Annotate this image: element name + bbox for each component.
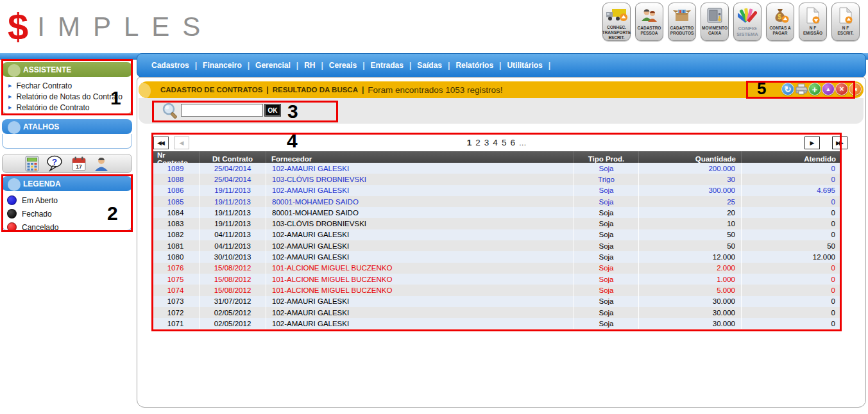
search-ok-button[interactable]: OK [264, 104, 281, 117]
cell-tipo-prod: Soja [574, 207, 639, 218]
table-row[interactable]: 1081 04/11/2013 102-AMAURI GALESKI Soja … [152, 240, 841, 251]
safe-icon [706, 6, 723, 25]
status-message: Foram encontrados 1053 registros! [368, 85, 502, 95]
header-circle-decoration [8, 64, 21, 77]
cell-nr-contrato[interactable]: 1075 [152, 274, 200, 285]
toolbar-button-contas-a-pagar[interactable]: $ CONTAS A PAGAR [766, 3, 794, 41]
search-input[interactable] [181, 104, 263, 117]
cell-nr-contrato[interactable]: 1076 [152, 263, 200, 274]
cell-nr-contrato[interactable]: 1086 [152, 185, 200, 196]
table-row[interactable]: 1076 15/08/2012 101-ALCIONE MIGUEL BUCZE… [152, 263, 841, 274]
calendar-icon[interactable]: 17 [71, 156, 87, 172]
print-icon[interactable] [795, 83, 808, 95]
back-icon[interactable] [849, 83, 862, 95]
menu-item-saidas[interactable]: Saídas [417, 61, 442, 70]
table-row[interactable]: 1086 19/11/2013 102-AMAURI GALESKI Soja … [152, 185, 841, 196]
refresh-icon[interactable] [781, 83, 794, 95]
up-icon[interactable] [822, 83, 835, 95]
table-row[interactable]: 1072 02/05/2012 102-AMAURI GALESKI Soja … [152, 307, 841, 318]
toolbar-button-conhec-transporte[interactable]: CONHEC. TRANSPORTE ESCRIT. [602, 3, 631, 41]
cell-nr-contrato[interactable]: 1073 [152, 296, 200, 307]
status-subtitle: RESULTADO DA BUSCA [273, 86, 358, 94]
close-icon[interactable] [835, 83, 848, 95]
table-row[interactable]: 1085 19/11/2013 80001-MOHAMED SAIDO Soja… [152, 196, 841, 207]
cell-nr-contrato[interactable]: 1085 [152, 196, 200, 207]
cell-fornecedor: 101-ALCIONE MIGUEL BUCZENKO [266, 274, 574, 285]
table-header: Nr Contrato Dt Contrato Fornecedor Tipo … [152, 151, 841, 163]
cell-dt-contrato: 25/04/2014 [200, 174, 266, 185]
pagination-page-5[interactable]: 5 [502, 138, 507, 147]
pagination-page-3[interactable]: 3 [484, 138, 489, 147]
calculator-icon[interactable] [25, 156, 39, 172]
table-body: 1089 25/04/2014 102-AMAURI GALESKI Soja … [152, 163, 841, 329]
toolbar-button-nf-escrituracao[interactable]: N F ESCRIT. [831, 3, 860, 41]
table-row[interactable]: 1084 19/11/2013 80001-MOHAMED SAIDO Soja… [152, 207, 841, 218]
pagination-page-2[interactable]: 2 [475, 138, 481, 147]
menu-item-cadastros[interactable]: Cadastros [151, 61, 189, 70]
add-icon[interactable] [808, 83, 821, 95]
cell-tipo-prod: Soja [574, 229, 639, 240]
table-row[interactable]: 1083 19/11/2013 103-CLÓVIS DROBNIEVSKI S… [152, 218, 841, 229]
cell-tipo-prod: Soja [574, 274, 639, 285]
table-row[interactable]: 1080 30/10/2013 102-AMAURI GALESKI Soja … [152, 251, 841, 262]
cell-nr-contrato[interactable]: 1071 [152, 318, 200, 329]
menu-item-financeiro[interactable]: Financeiro [203, 61, 242, 70]
pagination-page-1[interactable]: 1 [467, 138, 472, 147]
pagination-page-6[interactable]: 6 [510, 138, 515, 147]
table-row[interactable]: 1088 25/04/2014 103-CLÓVIS DROBNIEVSKI T… [152, 174, 841, 185]
cell-fornecedor: 102-AMAURI GALESKI [266, 318, 574, 329]
toolbar-button-movimento-caixa[interactable]: MOVIMENTO CAIXA [701, 3, 729, 41]
legend-item-cancelado: Cancelado [3, 220, 132, 234]
cell-atendido: 0 [742, 207, 841, 218]
menu-item-utilitarios[interactable]: Utilitários [507, 61, 542, 70]
bullet-arrow-icon: ▶ [8, 94, 12, 99]
menu-item-rh[interactable]: RH [304, 61, 315, 70]
moneybag-icon: $ [771, 6, 789, 25]
cell-quantidade: 30.000 [639, 307, 742, 318]
toolbar-button-config-sistema[interactable]: CONFIG SISTEMA [733, 3, 762, 41]
svg-text:?: ? [52, 157, 57, 167]
cell-nr-contrato[interactable]: 1084 [152, 207, 200, 218]
menu-item-relatorios[interactable]: Relatórios [455, 61, 493, 70]
assistente-item-relatorio-contrato[interactable]: ▶ Relatório de Contrato [3, 102, 132, 113]
table-row[interactable]: 1074 15/08/2012 101-ALCIONE MIGUEL BUCZE… [152, 285, 841, 295]
pagination-next-button[interactable]: ▶ [804, 137, 820, 149]
cell-nr-contrato[interactable]: 1074 [152, 285, 200, 295]
cell-atendido: 0 [742, 263, 841, 274]
page-down-icon [804, 6, 821, 25]
toolbar-button-cadastro-pessoa[interactable]: CADASTRO PESSOA [635, 3, 663, 41]
cell-nr-contrato[interactable]: 1089 [152, 163, 200, 174]
cell-nr-contrato[interactable]: 1080 [152, 251, 200, 262]
cell-tipo-prod: Soja [574, 196, 639, 207]
assistente-item-fechar-contrato[interactable]: ▶ Fechar Contrato [3, 80, 132, 91]
table-row[interactable]: 1071 02/05/2012 102-AMAURI GALESKI Soja … [152, 318, 841, 329]
toolbar-button-cadastro-produtos[interactable]: CADASTRO PRODUTOS [668, 3, 696, 41]
cell-atendido: 0 [742, 218, 841, 229]
menu-item-gerencial[interactable]: Gerencial [255, 61, 291, 70]
cell-dt-contrato: 15/08/2012 [200, 263, 266, 274]
bullet-arrow-icon: ▶ [8, 105, 12, 110]
cell-atendido: 0 [742, 163, 841, 174]
cell-atendido: 0 [742, 307, 841, 318]
cell-fornecedor: 101-ALCIONE MIGUEL BUCZENKO [266, 285, 574, 295]
table-row[interactable]: 1075 15/08/2012 101-ALCIONE MIGUEL BUCZE… [152, 274, 841, 285]
cell-nr-contrato[interactable]: 1083 [152, 218, 200, 229]
cell-dt-contrato: 04/11/2013 [200, 229, 266, 240]
cell-nr-contrato[interactable]: 1081 [152, 240, 200, 251]
cell-nr-contrato[interactable]: 1072 [152, 307, 200, 318]
user-icon[interactable] [94, 156, 109, 172]
cell-tipo-prod: Soja [574, 185, 639, 196]
cell-nr-contrato[interactable]: 1088 [152, 174, 200, 185]
table-row[interactable]: 1073 31/07/2012 102-AMAURI GALESKI Soja … [152, 296, 841, 307]
cell-nr-contrato[interactable]: 1082 [152, 229, 200, 240]
table-row[interactable]: 1089 25/04/2014 102-AMAURI GALESKI Soja … [152, 163, 841, 174]
table-row[interactable]: 1082 04/11/2013 102-AMAURI GALESKI Soja … [152, 229, 841, 240]
assistente-item-relatorio-notas[interactable]: ▶ Relatório de Notas do Contrato [3, 91, 132, 102]
help-icon[interactable]: ? [46, 155, 64, 172]
pagination-last-button[interactable]: ▶▶ [832, 137, 847, 149]
menu-item-entradas[interactable]: Entradas [371, 61, 404, 70]
pagination-page-4[interactable]: 4 [493, 138, 498, 147]
toolbar-button-nf-emissao[interactable]: N F EMISSÃO [799, 3, 827, 41]
cell-atendido: 0 [742, 229, 841, 240]
menu-item-cereais[interactable]: Cereais [329, 61, 357, 70]
